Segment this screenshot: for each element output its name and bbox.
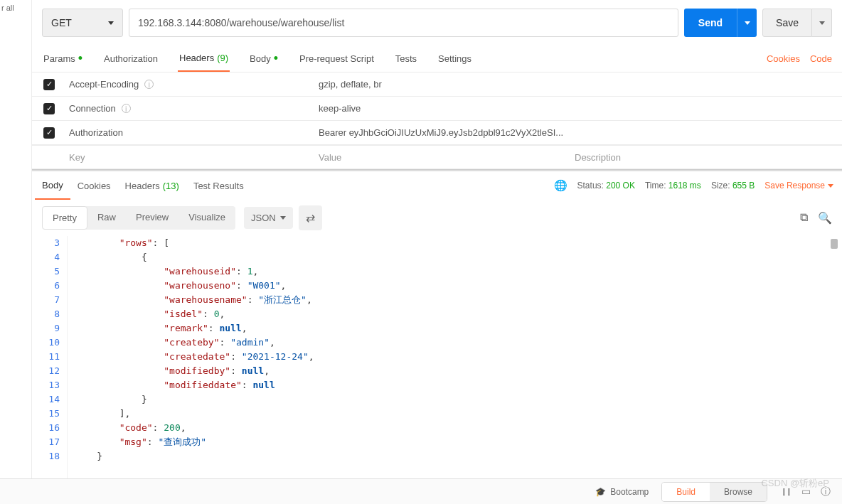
url-input[interactable]: 192.168.3.144:8080/warehouse/warehouse/l… xyxy=(129,9,678,37)
checkbox-checked[interactable]: ✓ xyxy=(43,79,55,90)
copy-icon[interactable]: ⧉ xyxy=(800,211,808,225)
response-section: Body Cookies Headers(13) Test Results 🌐 … xyxy=(32,170,842,478)
chevron-down-icon xyxy=(108,21,114,25)
format-pretty[interactable]: Pretty xyxy=(42,206,87,230)
resp-tab-body[interactable]: Body xyxy=(35,171,70,200)
header-row[interactable]: ✓AuthorizationBearer eyJhbGciOiJIUzUxMiJ… xyxy=(32,121,842,145)
send-button[interactable]: Send xyxy=(684,9,737,37)
main-panel: GET 192.168.3.144:8080/warehouse/warehou… xyxy=(32,0,842,478)
time-label: Time: 1618 ms xyxy=(645,181,701,191)
resp-tab-cookies[interactable]: Cookies xyxy=(70,171,118,200)
content-type-select[interactable]: JSON xyxy=(244,207,293,229)
code-link[interactable]: Code xyxy=(810,53,832,64)
resp-tab-headers[interactable]: Headers(13) xyxy=(118,171,186,200)
save-response-button[interactable]: Save Response xyxy=(764,181,833,191)
format-visualize[interactable]: Visualize xyxy=(178,206,235,230)
info-icon: i xyxy=(144,80,154,89)
build-toggle[interactable]: Build xyxy=(662,483,710,501)
response-tabs: Body Cookies Headers(13) Test Results 🌐 … xyxy=(32,171,842,200)
header-key[interactable]: Accept-Encoding i xyxy=(66,79,319,90)
format-raw[interactable]: Raw xyxy=(87,206,126,230)
header-key[interactable]: Connection i xyxy=(66,103,319,114)
bottom-bar: 🎓Bootcamp Build Browse ⫿⫿ ▭ ⓘ xyxy=(0,478,842,504)
globe-icon[interactable]: 🌐 xyxy=(554,179,567,192)
headers-table: ✓Accept-Encoding igzip, deflate, br✓Conn… xyxy=(32,73,842,170)
tab-params[interactable]: Params• xyxy=(42,45,84,72)
sidebar-strip: r all xyxy=(0,0,32,504)
header-description-input[interactable]: Description xyxy=(575,152,842,163)
tab-tests[interactable]: Tests xyxy=(394,45,418,72)
header-new-row[interactable]: Key Value Description xyxy=(32,145,842,169)
chevron-down-icon xyxy=(819,21,825,25)
checkbox-checked[interactable]: ✓ xyxy=(43,103,55,114)
header-row[interactable]: ✓Connection ikeep-alive xyxy=(32,97,842,121)
tab-authorization[interactable]: Authorization xyxy=(102,45,159,72)
size-label: Size: 655 B xyxy=(711,181,755,191)
format-bar: Pretty Raw Preview Visualize JSON ⇄ ⧉ 🔍 xyxy=(32,200,842,236)
tab-settings[interactable]: Settings xyxy=(437,45,473,72)
chevron-down-icon xyxy=(745,21,750,25)
chevron-down-icon xyxy=(828,184,833,188)
wrap-lines-button[interactable]: ⇄ xyxy=(299,205,322,230)
url-bar: GET 192.168.3.144:8080/warehouse/warehou… xyxy=(32,0,842,45)
header-value[interactable]: keep-alive xyxy=(319,103,575,114)
request-tabs: Params• Authorization Headers (9) Body• … xyxy=(32,45,842,73)
header-value[interactable]: Bearer eyJhbGciOiJIUzUxMiJ9.eyJsb2dpbl91… xyxy=(319,127,575,138)
bootcamp-icon: 🎓 xyxy=(595,487,606,497)
header-row[interactable]: ✓Accept-Encoding igzip, deflate, br xyxy=(32,73,842,97)
dot-icon: • xyxy=(274,51,278,66)
info-icon: i xyxy=(122,104,131,113)
chevron-down-icon xyxy=(280,216,286,220)
resp-tab-test-results[interactable]: Test Results xyxy=(186,171,251,200)
tab-body[interactable]: Body• xyxy=(248,45,279,72)
save-button[interactable]: Save xyxy=(762,9,812,37)
header-value-input[interactable]: Value xyxy=(319,152,575,163)
tab-headers[interactable]: Headers (9) xyxy=(178,45,230,72)
status-label: Status: 200 OK xyxy=(577,181,635,191)
header-key[interactable]: Authorization xyxy=(66,127,319,138)
scrollbar-thumb[interactable] xyxy=(831,239,838,249)
method-select[interactable]: GET xyxy=(42,9,123,37)
send-dropdown-button[interactable] xyxy=(737,9,757,37)
bootcamp-link[interactable]: 🎓Bootcamp xyxy=(595,487,649,497)
checkbox-checked[interactable]: ✓ xyxy=(43,127,55,139)
format-preview[interactable]: Preview xyxy=(126,206,178,230)
watermark: CSDN @斩粉eP xyxy=(761,477,829,490)
save-dropdown-button[interactable] xyxy=(812,9,832,37)
dot-icon: • xyxy=(78,51,82,66)
browse-toggle[interactable]: Browse xyxy=(710,483,767,501)
header-value[interactable]: gzip, deflate, br xyxy=(319,79,575,90)
method-value: GET xyxy=(51,17,72,28)
response-body-view[interactable]: 3456789101112131415161718 "rows": [ { "w… xyxy=(32,236,842,478)
cookies-link[interactable]: Cookies xyxy=(767,53,800,64)
header-key-input[interactable]: Key xyxy=(66,152,319,163)
search-icon[interactable]: 🔍 xyxy=(818,211,832,225)
mode-toggle: Build Browse xyxy=(661,482,767,502)
tab-pre-request[interactable]: Pre-request Script xyxy=(298,45,375,72)
